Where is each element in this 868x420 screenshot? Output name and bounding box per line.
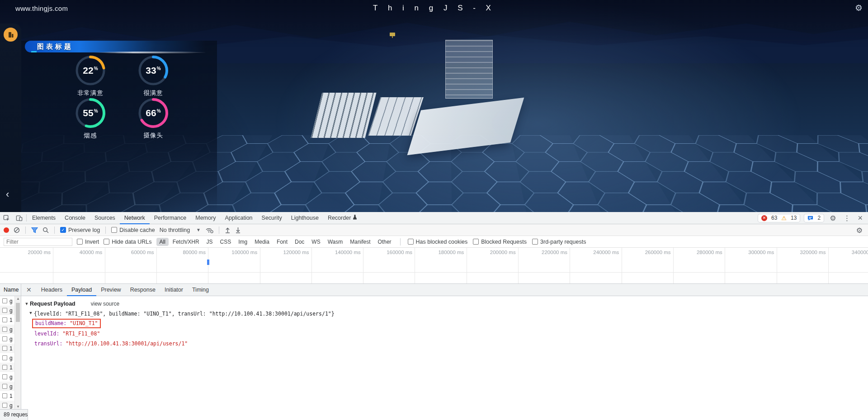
request-list-scrollbar[interactable]: ▲ ▼: [14, 296, 21, 409]
filter-type-media[interactable]: Media: [251, 238, 273, 246]
close-detail-icon[interactable]: ✕: [21, 286, 37, 293]
throttling-select[interactable]: No throttling ▼: [160, 227, 201, 233]
collapse-triangle-icon[interactable]: ▼: [28, 311, 34, 315]
row-checkbox[interactable]: [2, 374, 7, 379]
table-row[interactable]: 1: [0, 315, 14, 325]
search-icon[interactable]: [42, 227, 49, 233]
filter-checkbox-has-blocked-cookies[interactable]: Has blocked cookies: [408, 239, 468, 245]
devtools-tab-memory[interactable]: Memory: [191, 212, 220, 224]
devtools-tab-recorder[interactable]: Recorder: [323, 212, 362, 224]
row-checkbox[interactable]: [2, 327, 7, 332]
row-checkbox[interactable]: [2, 336, 7, 341]
filter-input[interactable]: [4, 238, 72, 246]
inspect-element-icon[interactable]: [0, 212, 13, 224]
row-checkbox[interactable]: [2, 346, 7, 351]
clear-icon[interactable]: [14, 227, 20, 233]
devtools-tab-lighthouse[interactable]: Lighthouse: [287, 212, 323, 224]
filter-checkbox-blocked-requests[interactable]: Blocked Requests: [473, 239, 527, 245]
issues-badge[interactable]: 2: [804, 214, 824, 222]
table-row[interactable]: 1: [0, 344, 14, 353]
name-column-header[interactable]: Name: [0, 284, 21, 296]
detail-tab-preview[interactable]: Preview: [96, 284, 125, 296]
row-checkbox[interactable]: [2, 365, 7, 370]
request-payload-section[interactable]: ▼ Request Payload view source: [22, 299, 868, 308]
filter-type-fetchxhr[interactable]: Fetch/XHR: [170, 238, 203, 246]
table-row[interactable]: 1: [0, 391, 14, 401]
devtools-kebab-menu-icon[interactable]: ⋮: [841, 214, 852, 222]
row-checkbox[interactable]: [2, 403, 7, 408]
disable-cache-checkbox[interactable]: Disable cache: [111, 227, 155, 233]
filter-type-wasm[interactable]: Wasm: [325, 238, 346, 246]
filter-type-doc[interactable]: Doc: [292, 238, 307, 246]
filter-type-img[interactable]: Img: [235, 238, 250, 246]
hide-data-urls-checkbox[interactable]: Hide data URLs: [104, 239, 151, 245]
devtools-tab-security[interactable]: Security: [257, 212, 287, 224]
collapse-triangle-icon[interactable]: ▼: [24, 302, 30, 306]
scroll-down-icon[interactable]: ▼: [15, 405, 21, 409]
filter-type-css[interactable]: CSS: [217, 238, 235, 246]
scroll-up-icon[interactable]: ▲: [15, 297, 21, 301]
devtools-tab-elements[interactable]: Elements: [28, 212, 60, 224]
3d-viewport[interactable]: www.thingjs.com T h i n g J S - X ⚙ ‹ 图表…: [0, 0, 868, 212]
filter-type-manifest[interactable]: Manifest: [347, 238, 373, 246]
devtools-close-icon[interactable]: ×: [856, 213, 864, 223]
row-checkbox[interactable]: [2, 308, 7, 313]
scrollbar-thumb[interactable]: [16, 303, 20, 322]
timeline-overview[interactable]: 20000 ms40000 ms60000 ms80000 ms100000 m…: [0, 248, 868, 284]
building-menu-button[interactable]: [4, 28, 18, 42]
filter-type-js[interactable]: JS: [203, 238, 216, 246]
collapse-chevron-icon[interactable]: ‹: [6, 190, 9, 199]
table-row[interactable]: g: [0, 382, 14, 391]
row-checkbox[interactable]: [2, 355, 7, 360]
checkbox-unchecked[interactable]: [473, 239, 479, 245]
row-checkbox[interactable]: [2, 317, 7, 322]
network-conditions-icon[interactable]: [205, 227, 213, 233]
view-source-link[interactable]: view source: [91, 301, 119, 307]
table-row[interactable]: g: [0, 401, 14, 409]
detail-tab-initiator[interactable]: Initiator: [160, 284, 188, 296]
table-row[interactable]: g: [0, 334, 14, 344]
filter-type-ws[interactable]: WS: [308, 238, 323, 246]
filter-type-font[interactable]: Font: [274, 238, 291, 246]
export-har-icon[interactable]: [235, 227, 241, 233]
devtools-tab-application[interactable]: Application: [220, 212, 257, 224]
device-toolbar-icon[interactable]: [13, 212, 25, 224]
invert-checkbox[interactable]: Invert: [77, 239, 99, 245]
detail-tab-response[interactable]: Response: [126, 284, 160, 296]
checkbox-unchecked[interactable]: [408, 239, 414, 245]
table-row[interactable]: g: [0, 325, 14, 334]
console-badges[interactable]: ✕ 63 ⚠ 13: [758, 214, 800, 222]
payload-property-row[interactable]: transUrl: "http://10.100.41.38:30001/api…: [34, 339, 868, 349]
devtools-settings-gear-icon[interactable]: ⚙: [828, 214, 838, 222]
table-row[interactable]: g: [0, 372, 14, 382]
detail-tab-headers[interactable]: Headers: [37, 284, 67, 296]
checkbox-unchecked[interactable]: [77, 239, 83, 245]
table-row[interactable]: g: [0, 306, 14, 315]
row-checkbox[interactable]: [2, 298, 7, 303]
checkbox-unchecked[interactable]: [104, 239, 109, 245]
filter-type-other[interactable]: Other: [375, 238, 395, 246]
devtools-tab-console[interactable]: Console: [60, 212, 90, 224]
preserve-log-checkbox[interactable]: ✓ Preserve log: [60, 227, 100, 233]
checkbox-unchecked[interactable]: [111, 227, 117, 233]
row-checkbox[interactable]: [2, 384, 7, 389]
filter-type-all[interactable]: All: [156, 238, 169, 246]
table-row[interactable]: g: [0, 296, 14, 306]
scene-settings-gear-icon[interactable]: ⚙: [855, 3, 863, 13]
devtools-tab-sources[interactable]: Sources: [90, 212, 120, 224]
import-har-icon[interactable]: [225, 227, 231, 233]
devtools-tab-network[interactable]: Network: [120, 212, 150, 224]
row-checkbox[interactable]: [2, 393, 7, 398]
record-button[interactable]: [4, 227, 9, 233]
payload-summary-row[interactable]: ▼ {levelId: "RT1_F11_08", buildName: "UI…: [22, 311, 868, 317]
filter-checkbox-3rd-party-requests[interactable]: 3rd-party requests: [532, 239, 586, 245]
detail-tab-timing[interactable]: Timing: [188, 284, 213, 296]
detail-tab-payload[interactable]: Payload: [67, 284, 96, 296]
table-row[interactable]: g: [0, 353, 14, 363]
devtools-tab-performance[interactable]: Performance: [150, 212, 191, 224]
network-settings-gear-icon[interactable]: ⚙: [854, 226, 864, 235]
checkbox-checked[interactable]: ✓: [60, 227, 66, 233]
payload-property-row[interactable]: levelId: "RT1_F11_08": [34, 329, 868, 339]
filter-funnel-icon[interactable]: [31, 227, 38, 233]
payload-property-row[interactable]: buildName: "UINO_T1": [34, 318, 868, 329]
